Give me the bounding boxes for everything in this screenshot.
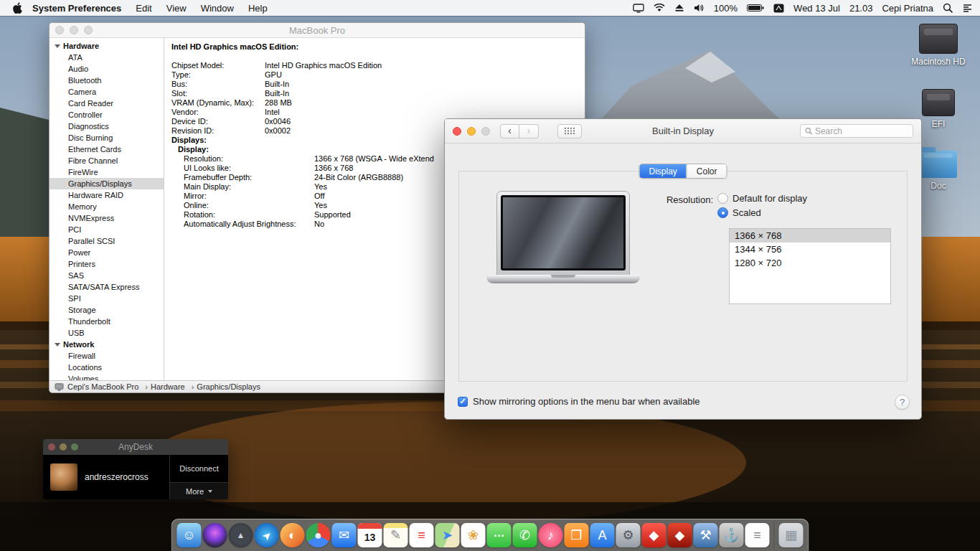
spotlight-icon[interactable] [943,3,953,13]
menu-item[interactable]: Help [248,3,268,14]
radio-default-for-display[interactable] [717,193,728,204]
sidebar-item[interactable]: Camera [50,86,164,98]
title-bar[interactable]: MacBook Pro [50,23,585,38]
sidebar-section-network[interactable]: Network [50,339,164,350]
resolution-list[interactable]: 980 × 551 1344 × 756 1280 × 720 [729,228,891,304]
dock-item[interactable]: A [590,523,615,547]
sidebar-item[interactable]: PCI [50,224,164,235]
zoom-button[interactable] [71,443,78,451]
dock-item[interactable]: ✎ [384,523,408,547]
dock-item[interactable]: ➤ [255,523,279,547]
close-button[interactable] [48,443,55,451]
sidebar-item[interactable]: Bluetooth [50,75,164,86]
dock-item[interactable]: ≡ [410,523,434,547]
sidebar-item[interactable]: NVMExpress [50,212,164,224]
more-button[interactable]: More [170,482,228,499]
sidebar-item[interactable]: Power [50,247,164,258]
sidebar-item[interactable]: Hardware RAID [50,189,164,201]
sidebar-item[interactable]: Card Reader [50,98,164,109]
sidebar-item[interactable]: Controller [50,109,164,121]
zoom-button[interactable] [84,26,93,34]
minimize-button[interactable] [60,443,67,451]
sidebar-item[interactable]: Volumes [50,373,164,380]
screen-sharing-icon[interactable] [633,4,644,13]
sidebar-item[interactable]: SPI [50,293,164,304]
wifi-icon[interactable] [654,4,665,12]
disclosure-triangle-icon[interactable] [55,44,60,48]
menu-item[interactable]: Window [201,3,234,14]
radio-row-scaled[interactable]: Scaled [717,207,761,218]
dock-item[interactable]: ⚙ [616,523,641,547]
search-field[interactable] [800,124,913,138]
mirroring-option[interactable]: Show mirroring options in the menu bar w… [458,396,700,407]
sidebar-item[interactable]: Locations [50,362,164,373]
notification-center-icon[interactable] [962,4,973,12]
close-button[interactable] [55,26,64,34]
sidebar-item[interactable]: Storage [50,304,164,316]
dock-item[interactable]: ⚒ [694,523,718,547]
dock-item[interactable]: ✆ [513,523,537,547]
menu-clock-date[interactable]: Wed 13 Jul [793,3,840,14]
sidebar-section-hardware[interactable]: Hardware [50,40,164,52]
radio-scaled[interactable] [717,207,728,218]
dock-item[interactable]: ● [306,523,331,547]
dock-item[interactable]: ➤ [435,523,460,547]
disconnect-button[interactable]: Disconnect [170,455,228,482]
battery-percent[interactable]: 100% [714,3,738,14]
breadcrumb-item[interactable]: ›Cepi's MacBook Pro [67,382,138,391]
dock-item[interactable]: ❀ [461,523,486,547]
dock-item[interactable]: ❐ [565,523,589,547]
radio-row-default[interactable]: Default for display [717,193,807,204]
sidebar-item[interactable]: Printers [50,258,164,270]
dock-item[interactable]: ♪ [539,523,563,547]
sidebar-item[interactable]: Parallel SCSI [50,235,164,247]
sidebar-item[interactable]: Thunderbolt [50,316,164,327]
sidebar-item[interactable]: FireWire [50,166,164,178]
breadcrumb-item[interactable]: ›Hardware [142,382,184,391]
app-menu-title[interactable]: System Preferences [32,3,121,14]
sidebar-item[interactable]: SAS [50,270,164,281]
desktop-icon[interactable]: Macintosh HD [908,24,969,67]
input-menu-icon[interactable] [773,4,784,13]
sidebar-item[interactable]: Disc Burning [50,132,164,143]
tab[interactable]: Color [687,164,727,178]
toolbar[interactable]: Built-in Display [445,119,921,143]
dock-item[interactable]: ☺ [177,523,202,547]
dock-item[interactable]: 13 [358,523,382,547]
eject-icon[interactable] [674,4,684,12]
user-menu[interactable]: Cepi Priatna [882,3,933,14]
sidebar-item[interactable]: Diagnostics [50,121,164,132]
back-button[interactable] [500,124,519,138]
sidebar-item[interactable]: Firewall [50,350,164,362]
tab[interactable]: Display [639,164,686,178]
dock-item[interactable] [203,523,227,547]
dock-item[interactable]: ◐ [281,523,305,547]
search-input[interactable] [815,126,908,136]
apple-menu[interactable] [13,2,22,14]
zoom-button[interactable] [481,127,490,136]
volume-icon[interactable] [694,4,705,12]
sidebar-item[interactable]: Memory [50,201,164,212]
dock-item[interactable]: ◆ [668,523,692,547]
dock-item[interactable]: ✉ [332,523,357,547]
dock-item[interactable]: … [487,523,512,547]
dock-item[interactable]: ≡ [745,523,770,547]
dock-item[interactable]: ◆ [642,523,666,547]
disclosure-triangle-icon[interactable] [55,343,60,347]
menu-item[interactable]: View [166,3,187,14]
mirroring-checkbox[interactable] [458,397,468,407]
sidebar-item[interactable]: Graphics/Displays [50,178,164,189]
resolution-option[interactable]: 1280 × 720 [730,256,890,270]
sidebar-item[interactable]: Ethernet Cards [50,143,164,155]
forward-button[interactable] [519,124,539,138]
dock-item[interactable]: ▲ [229,523,253,547]
menu-clock-time[interactable]: 21.03 [849,3,873,14]
sidebar-item[interactable]: Fibre Channel [50,155,164,166]
dock-item-trash[interactable]: ▦ [779,523,804,547]
sidebar-item[interactable]: USB [50,327,164,339]
help-button[interactable]: ? [895,395,910,410]
sidebar-item[interactable]: SATA/SATA Express [50,281,164,293]
dock-item[interactable]: ⚓ [720,523,744,547]
sidebar-item[interactable]: ATA [50,52,164,63]
breadcrumb-item[interactable]: ›Graphics/Displays [189,382,260,391]
